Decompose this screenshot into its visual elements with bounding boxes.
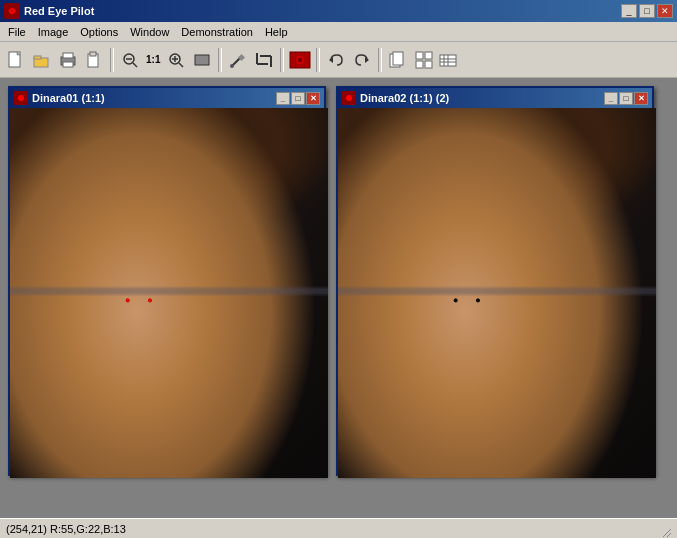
clipboard-button[interactable] [82,48,106,72]
window-dinara01-close[interactable]: ✕ [306,92,320,105]
status-bar: (254,21) R:55,G:22,B:13 [0,518,677,538]
svg-line-47 [663,529,671,537]
app-title: Red Eye Pilot [24,5,621,17]
window-dinara01-title: Dinara01 (1:1) [32,92,276,104]
separator-2 [218,48,222,72]
multipage-button[interactable] [386,48,410,72]
window-dinara01-titlebar[interactable]: Dinara01 (1:1) _ □ ✕ [10,88,324,108]
svg-rect-6 [34,56,41,59]
new-button[interactable] [4,48,28,72]
separator-5 [378,48,382,72]
svg-rect-11 [90,52,96,56]
svg-rect-36 [416,61,423,68]
window-dinara02-minimize[interactable]: _ [604,92,618,105]
menu-demonstration[interactable]: Demonstration [175,22,259,41]
window-dinara01-maximize[interactable]: □ [291,92,305,105]
redo-button[interactable] [350,48,374,72]
window-controls: _ □ ✕ [621,4,673,18]
window-dinara02: Dinara02 (1:1) (2) _ □ ✕ [336,86,654,476]
toolbar: 1:1 [0,42,677,78]
zoom-label: 1:1 [144,54,162,65]
svg-point-29 [298,58,302,62]
crop-tool[interactable] [252,48,276,72]
window-dinara02-title: Dinara02 (1:1) (2) [360,92,604,104]
separator-3 [280,48,284,72]
svg-point-22 [230,64,234,68]
minimize-button[interactable]: _ [621,4,637,18]
window-dinara02-icon [342,91,356,105]
svg-rect-8 [63,53,73,58]
svg-point-44 [18,95,24,101]
svg-line-16 [179,63,183,67]
photo-right [338,108,656,478]
window-dinara02-image [338,108,656,478]
menu-options[interactable]: Options [74,22,124,41]
window-dinara02-titlebar[interactable]: Dinara02 (1:1) (2) _ □ ✕ [338,88,652,108]
zoom-in-button[interactable] [164,48,188,72]
separator-1 [110,48,114,72]
app-icon [4,3,20,19]
photo-left [10,108,328,478]
window-dinara01-image [10,108,328,478]
window-dinara01-minimize[interactable]: _ [276,92,290,105]
separator-4 [316,48,320,72]
window-dinara02-close[interactable]: ✕ [634,92,648,105]
menu-bar: File Image Options Window Demonstration … [0,22,677,42]
svg-line-48 [667,533,671,537]
close-button[interactable]: ✕ [657,4,673,18]
eyedropper-tool[interactable] [226,48,250,72]
title-bar: Red Eye Pilot _ □ ✕ [0,0,677,22]
maximize-button[interactable]: □ [639,4,655,18]
svg-rect-37 [425,61,432,68]
window-dinara01-icon [14,91,28,105]
print-button[interactable] [56,48,80,72]
workspace: Dinara01 (1:1) _ □ ✕ Dinara02 (1:1) (2) … [0,78,677,518]
window-dinara02-maximize[interactable]: □ [619,92,633,105]
svg-rect-33 [393,52,403,65]
menu-image[interactable]: Image [32,22,75,41]
window-dinara01: Dinara01 (1:1) _ □ ✕ [8,86,326,476]
menu-window[interactable]: Window [124,22,175,41]
undo-button[interactable] [324,48,348,72]
window-dinara02-controls: _ □ ✕ [604,92,648,105]
svg-rect-35 [425,52,432,59]
menu-file[interactable]: File [2,22,32,41]
menu-help[interactable]: Help [259,22,294,41]
svg-rect-9 [63,62,73,67]
zoom-out-button[interactable] [118,48,142,72]
svg-rect-34 [416,52,423,59]
batch-button[interactable] [438,48,462,72]
rectangle-tool[interactable] [190,48,214,72]
redeye-tool[interactable] [288,48,312,72]
resize-grip[interactable] [655,521,671,537]
grid-button[interactable] [412,48,436,72]
svg-point-46 [346,95,352,101]
svg-point-2 [11,10,14,13]
open-button[interactable] [30,48,54,72]
svg-line-13 [133,63,137,67]
svg-rect-19 [195,55,209,65]
window-dinara01-controls: _ □ ✕ [276,92,320,105]
status-text: (254,21) R:55,G:22,B:13 [6,523,655,535]
